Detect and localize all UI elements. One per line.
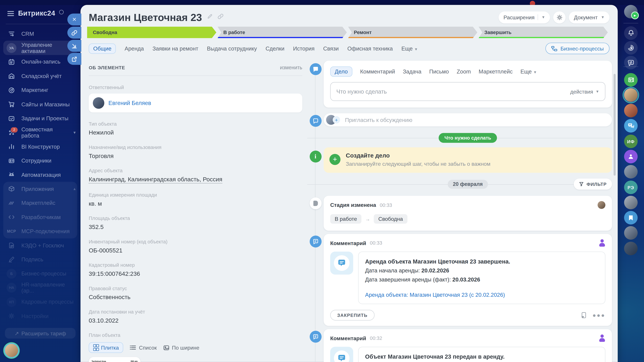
note-icon[interactable] — [580, 312, 587, 318]
tab-office-equipment[interactable]: Офисная техника — [347, 45, 393, 51]
tab-repair-requests[interactable]: Заявки на ремонт — [152, 45, 198, 51]
composer-tab-zoom[interactable]: Zoom — [457, 69, 471, 75]
menu-hamburger-icon[interactable] — [8, 11, 14, 16]
arrow-right-icon: → — [365, 216, 370, 222]
stage-inwork[interactable]: В работе — [218, 27, 347, 38]
document-button[interactable]: Документ ▼ — [569, 11, 610, 23]
close-button[interactable]: ✕ — [67, 13, 81, 25]
sidebar-item-developers[interactable]: Разработчикам — [0, 210, 80, 224]
minimize-button[interactable] — [67, 40, 81, 52]
news-feed-button[interactable] — [624, 73, 638, 86]
sidebar-item-business-processes[interactable]: Б Бизнес-процессы — [0, 267, 80, 281]
composer-tab-letter[interactable]: Письмо — [429, 69, 449, 75]
plan-file-card[interactable]: Technical Area 350 qm Warehouse Trading … — [89, 357, 140, 362]
collaboration-icon: 2 — [6, 129, 16, 136]
messenger-button[interactable] — [624, 56, 638, 69]
sidebar-item-collaboration[interactable]: 2 Совместная работа ▼ — [0, 125, 80, 140]
filter-button[interactable]: ФИЛЬТР — [574, 178, 612, 190]
user-avatar[interactable] — [4, 343, 19, 358]
comment-bubble-icon — [330, 252, 353, 275]
sidebar-item-hr[interactable]: НА HR-направление (ар... — [0, 281, 80, 295]
view-list-button[interactable]: Список — [130, 345, 157, 351]
composer-tab-deal[interactable]: Дело — [330, 66, 352, 77]
copy-link-button[interactable] — [67, 27, 81, 38]
actions-dropdown[interactable]: действия ▼ — [570, 88, 599, 95]
filter-label: ФИЛЬТР — [586, 182, 607, 187]
business-processes-button[interactable]: Бизнес-процессы — [545, 43, 610, 54]
tab-employee-issue[interactable]: Выдача сотруднику — [207, 45, 257, 51]
sidebar-item-signature[interactable]: Подпись — [0, 253, 80, 267]
sidebar-item-marketplace[interactable]: Маркетплейс — [0, 196, 80, 210]
composer-tab-more[interactable]: Еще ▼ — [520, 69, 537, 75]
stage-free[interactable]: Свободна — [87, 27, 216, 38]
edit-link[interactable]: изменить — [280, 65, 302, 71]
stage-change-entry[interactable]: Стадия изменена 00:33 В работе → Свободн… — [324, 196, 612, 231]
edit-title-icon[interactable] — [207, 13, 212, 21]
contact-avatar[interactable] — [624, 88, 638, 102]
contact-avatar[interactable] — [624, 196, 638, 209]
todo-input[interactable]: Что нужно сделать действия ▼ — [330, 82, 606, 101]
comment-entry[interactable]: Комментарий 00:32 Объект Магазин Цветочн… — [324, 329, 612, 362]
upgrade-plan-button[interactable]: ↗ Расширить тариф — [5, 328, 76, 339]
link-icon[interactable] — [218, 13, 223, 21]
stage-repair[interactable]: Ремонт — [348, 27, 477, 38]
open-new-window-button[interactable] — [67, 53, 81, 65]
responsible-name[interactable]: Евгений Беляев — [108, 100, 151, 106]
sidebar-item-tasks-projects[interactable]: Задачи и Проекты — [0, 111, 80, 125]
contact-avatar[interactable] — [624, 104, 638, 117]
comment-entry[interactable]: Комментарий 00:33 Аренда объекта Магазин… — [324, 234, 612, 326]
user-initials-badge[interactable]: РЭ — [624, 180, 638, 194]
address-link[interactable]: Калининград, Калининградская область, Ро… — [89, 176, 222, 184]
person-badge[interactable] — [624, 150, 638, 163]
sidebar-item-marketing[interactable]: Маркетинг — [0, 83, 80, 97]
chat-group-button[interactable] — [624, 119, 638, 132]
copilot-button[interactable] — [624, 41, 638, 55]
contact-avatar[interactable] — [624, 242, 638, 255]
composer-tab-comment[interactable]: Комментарий — [360, 69, 395, 75]
sidebar-item-sites-stores[interactable]: Сайты и Магазины — [0, 97, 80, 111]
sidebar-item-label: Сотрудники — [21, 158, 51, 164]
composer-tab-task[interactable]: Задача — [403, 69, 422, 75]
view-tile-button[interactable]: Плитка — [89, 342, 123, 353]
author-badge-icon[interactable] — [599, 335, 606, 342]
sidebar-item-employees[interactable]: Сотрудники — [0, 154, 80, 168]
composer-tab-marketplace[interactable]: Маркетплейс — [479, 69, 512, 75]
contact-avatar[interactable] — [624, 226, 638, 240]
extensions-button[interactable]: Расширения ▼ — [498, 11, 550, 23]
sidebar-item-hr-processes[interactable]: КП Кадровые процессы — [0, 295, 80, 309]
tab-deals[interactable]: Сделки — [266, 45, 284, 51]
sidebar-item-mcp[interactable]: MCP МСР-подключения — [0, 224, 80, 238]
stage-finish[interactable]: Завершить — [479, 27, 608, 38]
responsible-card[interactable]: Евгений Беляев — [89, 94, 302, 113]
user-initials-badge[interactable]: ИФ — [624, 135, 638, 148]
tab-rent[interactable]: Аренда — [124, 45, 144, 51]
tab-general[interactable]: Общие — [89, 43, 116, 53]
contact-avatar[interactable] — [624, 165, 638, 178]
invite-bar[interactable]: + Пригласить к обсуждению — [324, 113, 612, 126]
notifications-bell-button[interactable] — [624, 26, 638, 40]
settings-gear-button[interactable] — [553, 11, 566, 23]
view-fullwidth-button[interactable]: По ширине — [163, 345, 200, 351]
sidebar-item-kedo[interactable]: КЭДО + Госключ — [0, 238, 80, 253]
sidebar-item-inventory[interactable]: Складской учёт — [0, 69, 80, 83]
sidebar-item-asset-management[interactable]: УА Управление активами — [3, 41, 77, 55]
more-menu-icon[interactable]: ●●● — [592, 312, 606, 318]
tab-links[interactable]: Связи — [323, 45, 339, 51]
tab-more[interactable]: Еще ▼ — [402, 45, 418, 51]
sidebar-item-bi-builder[interactable]: BI Конструктор — [0, 140, 80, 154]
author-avatar[interactable] — [598, 201, 606, 209]
sidebar-item-automation[interactable]: Автоматизация — [0, 168, 80, 182]
author-badge-icon[interactable] — [599, 239, 606, 247]
bookmark-button[interactable] — [624, 211, 638, 224]
scrollbar[interactable] — [614, 74, 616, 176]
todo-scroll-pill[interactable]: Что нужно сделать — [439, 133, 497, 143]
sidebar-item-apps[interactable]: Приложения ▲ — [0, 182, 80, 196]
pin-button[interactable]: ЗАКРЕПИТЬ — [330, 310, 374, 321]
responsible-avatar — [93, 97, 104, 109]
plus-icon: + — [333, 116, 340, 123]
create-activity-banner[interactable]: + Создайте дело Запланируйте следующий ш… — [324, 147, 612, 173]
rent-object-link[interactable]: Аренда объекта: Магазин Цветочная 23 (с … — [365, 292, 598, 298]
sidebar-item-settings[interactable]: Настройки — [0, 309, 80, 323]
profile-avatar[interactable]: ▶ — [624, 5, 638, 18]
tab-history[interactable]: История — [293, 45, 314, 51]
